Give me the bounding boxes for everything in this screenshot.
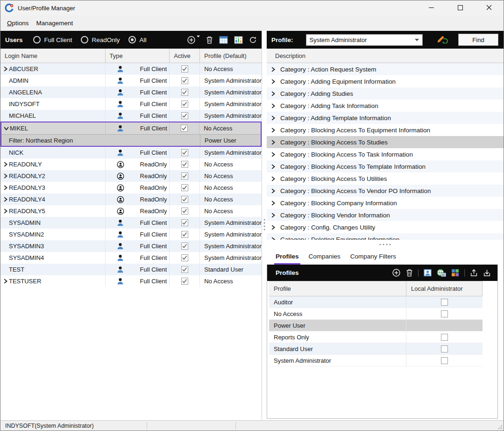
category-row[interactable]: Category : Adding Studies	[267, 87, 504, 100]
close-button[interactable]	[475, 0, 504, 15]
expand-toggle-icon[interactable]	[3, 162, 9, 167]
expand-toggle-icon[interactable]	[4, 126, 10, 131]
user-row-michael[interactable]: MICHAELFull ClientSystem Administrator	[0, 110, 262, 122]
add-profile-button[interactable]	[392, 268, 401, 277]
profile-row-no-access[interactable]: No Access	[269, 308, 483, 320]
expand-toggle-icon[interactable]	[270, 91, 276, 96]
user-row-nick[interactable]: NICKFull ClientSystem Administrator	[0, 147, 262, 158]
active-checkbox[interactable]	[181, 254, 188, 261]
active-checkbox[interactable]	[181, 172, 188, 180]
expand-toggle-icon[interactable]	[270, 79, 276, 84]
profile-sync-button[interactable]	[437, 35, 448, 45]
column-header-profile-default[interactable]: Profile (Default)	[200, 49, 262, 63]
local-admin-checkbox[interactable]	[441, 334, 448, 341]
expand-toggle-icon[interactable]	[3, 173, 9, 179]
category-row[interactable]: Category : Config. Changes Utility	[267, 221, 504, 233]
local-admin-checkbox[interactable]	[441, 310, 448, 317]
user-row-readonly5[interactable]: READONLY5ReadOnlyNo Access	[0, 205, 262, 217]
expand-toggle-icon[interactable]	[270, 176, 276, 181]
refresh-users-button[interactable]	[249, 36, 257, 44]
add-user-button[interactable]	[187, 36, 200, 44]
delete-profile-button[interactable]	[406, 269, 413, 277]
category-row[interactable]: Category : Blocking Access To Template I…	[267, 160, 504, 172]
delete-user-button[interactable]	[206, 36, 213, 44]
profile-row-standard-user[interactable]: Standard User	[269, 343, 483, 355]
category-row[interactable]: Category : Adding Task Information	[267, 100, 504, 112]
profile-translate-button[interactable]: ab	[437, 269, 446, 277]
radio-full-client[interactable]: Full Client	[33, 36, 72, 43]
user-row-readonly4[interactable]: READONLY4ReadOnlyNo Access	[0, 194, 262, 205]
category-row[interactable]: Category : Blocking Vendor Information	[267, 209, 504, 221]
menu-item-management[interactable]: Management	[33, 17, 77, 29]
user-row-sysadmin3[interactable]: SYSADMIN3Full ClientSystem Administrator	[0, 240, 262, 252]
panel-splitter[interactable]	[262, 31, 267, 420]
column-header-login-name[interactable]: Login Name	[0, 49, 106, 63]
resize-grip-icon[interactable]	[497, 424, 503, 430]
radio-readonly[interactable]: ReadOnly	[81, 36, 120, 43]
column-header-active[interactable]: Active	[170, 49, 200, 63]
local-admin-checkbox[interactable]	[441, 345, 448, 352]
category-row[interactable]: Category : Adding Template Information	[267, 112, 504, 124]
user-row-test[interactable]: TESTFull ClientStandard User	[0, 264, 262, 275]
minimize-button[interactable]	[417, 0, 446, 15]
menu-item-options[interactable]: Options	[3, 17, 33, 29]
expand-toggle-icon[interactable]	[3, 279, 9, 284]
category-row[interactable]: Category : Blocking Access To Studies	[267, 136, 504, 148]
user-report-view-button[interactable]	[234, 36, 243, 44]
expand-toggle-icon[interactable]	[270, 115, 276, 121]
user-row-readonly[interactable]: READONLYReadOnlyNo Access	[0, 158, 262, 170]
user-filter-subrow[interactable]: Filter: Northeast RegionPower User	[1, 134, 261, 146]
expand-toggle-icon[interactable]	[270, 152, 276, 157]
active-checkbox[interactable]	[181, 184, 188, 191]
active-checkbox[interactable]	[181, 219, 188, 226]
column-header-type[interactable]: Type	[106, 49, 170, 63]
user-row-sysadmin[interactable]: SYSADMINFull ClientSystem Administrator	[0, 217, 262, 229]
category-row[interactable]: Category : Blocking Company Information	[267, 197, 504, 209]
find-button[interactable]: Find	[458, 34, 498, 46]
user-row-admin[interactable]: ADMINFull ClientSystem Administrator	[0, 75, 262, 86]
active-checkbox[interactable]	[181, 266, 188, 273]
expand-toggle-icon[interactable]	[270, 188, 276, 194]
category-row[interactable]: Category : Blocking Access To Equipment …	[267, 124, 504, 136]
active-checkbox[interactable]	[181, 101, 188, 108]
maximize-button[interactable]	[446, 0, 475, 15]
expand-toggle-icon[interactable]	[270, 213, 276, 218]
user-row-readonly3[interactable]: READONLY3ReadOnlyNo Access	[0, 182, 262, 194]
expand-toggle-icon[interactable]	[270, 103, 276, 108]
active-checkbox[interactable]	[181, 149, 188, 156]
horizontal-splitter[interactable]	[267, 240, 504, 246]
user-row-readonly2[interactable]: READONLY2ReadOnlyNo Access	[0, 170, 262, 182]
export-profiles-button[interactable]	[470, 269, 478, 277]
profile-grid-button[interactable]	[451, 269, 459, 277]
user-row-angelena[interactable]: ANGELENAFull ClientSystem Administrator	[0, 86, 262, 98]
active-checkbox[interactable]	[181, 196, 188, 203]
profile-select[interactable]: System Administrator	[306, 34, 423, 46]
category-row[interactable]: Category : Blocking Access To Vendor PO …	[267, 185, 504, 197]
active-checkbox[interactable]	[181, 65, 188, 72]
active-checkbox[interactable]	[181, 278, 188, 285]
expand-toggle-icon[interactable]	[270, 67, 276, 72]
active-checkbox[interactable]	[181, 161, 188, 168]
active-checkbox[interactable]	[181, 77, 188, 84]
local-admin-checkbox[interactable]	[441, 357, 448, 364]
description-column-header[interactable]: Description	[267, 49, 504, 63]
expand-toggle-icon[interactable]	[270, 201, 276, 206]
profile-row-auditor[interactable]: Auditor	[269, 296, 483, 308]
user-row-indysoft[interactable]: INDYSOFTFull ClientSystem Administrator	[0, 98, 262, 110]
user-row-mikel[interactable]: MIKELFull ClientNo Access	[1, 122, 261, 134]
radio-all[interactable]: All	[128, 36, 147, 43]
tab-companies[interactable]: Companies	[307, 249, 342, 265]
profile-row-power-user[interactable]: Power User	[269, 320, 483, 331]
expand-toggle-icon[interactable]	[270, 164, 276, 169]
user-row-abcuser[interactable]: ABCUSERFull ClientNo Access	[0, 63, 262, 75]
expand-toggle-icon[interactable]	[3, 197, 9, 202]
expand-toggle-icon[interactable]	[3, 208, 9, 214]
category-row[interactable]: Category : Blocking Access To Utilities	[267, 172, 504, 185]
expand-toggle-icon[interactable]	[270, 128, 276, 133]
tab-profiles[interactable]: Profiles	[274, 249, 300, 265]
active-checkbox[interactable]	[181, 125, 188, 132]
local-admin-checkbox[interactable]	[441, 299, 448, 306]
category-row[interactable]: Category : Adding Equipment Information	[267, 75, 504, 87]
profile-row-reports-only[interactable]: Reports Only	[269, 331, 483, 343]
active-checkbox[interactable]	[181, 112, 188, 119]
